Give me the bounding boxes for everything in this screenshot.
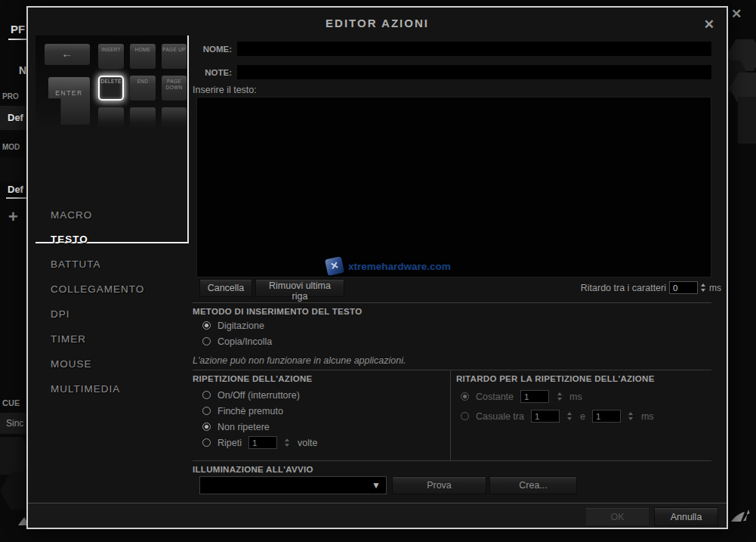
- ok-button[interactable]: OK: [585, 507, 650, 526]
- constant-delay-spinner-buttons[interactable]: [556, 390, 563, 403]
- random-from-spinner-buttons[interactable]: [566, 410, 573, 423]
- key-insert: INSERT: [98, 44, 124, 69]
- dialog-title: EDITOR AZIONI: [28, 17, 727, 29]
- repeat-count-spinner-buttons[interactable]: [284, 436, 291, 449]
- lighting-section-title: ILLUMINAZIONE ALL'AVVIO: [193, 465, 313, 474]
- radio-onoff[interactable]: On/Off (interruttore): [202, 389, 300, 401]
- radio-casuale[interactable]: Casuale tra 1 e 1 ms: [461, 410, 654, 423]
- char-delay-unit: ms: [709, 283, 721, 293]
- sidebar-item-battuta[interactable]: BATTUTA: [51, 259, 101, 272]
- key-pagedown: PAGE DOWN: [162, 76, 187, 101]
- lighting-dropdown-value: [200, 481, 205, 491]
- watermark: ✕ xtremehardware.com: [326, 258, 451, 274]
- key-partial: [162, 107, 187, 129]
- radio-selected-icon: [202, 321, 211, 330]
- bg-new-partial: N: [19, 64, 26, 76]
- radio-icon: [202, 337, 211, 345]
- name-label: NOME:: [164, 45, 232, 54]
- bg-tab-profili-partial[interactable]: PF: [11, 23, 25, 36]
- section-divider: [193, 460, 711, 461]
- random-delay-to-input[interactable]: 1: [592, 410, 621, 423]
- text-entry-area[interactable]: [196, 97, 711, 277]
- constant-delay-unit: ms: [569, 392, 582, 402]
- insert-text-label: Inserire il testo:: [193, 85, 257, 95]
- char-delay-spinner-buttons[interactable]: [699, 281, 706, 294]
- bg-cue-label-partial: CUE: [2, 398, 20, 407]
- sidebar-item-dpi[interactable]: DPI: [51, 308, 70, 322]
- key-end: END: [130, 76, 156, 101]
- bg-profile-label-partial: PRO: [2, 92, 19, 101]
- radio-icon: [202, 391, 211, 399]
- radio-digitazione[interactable]: Digitazione: [202, 319, 264, 332]
- constant-delay-input[interactable]: 1: [520, 390, 549, 403]
- bg-profile-value-partial: Def: [8, 112, 23, 123]
- key-delete-highlighted: DELETE: [98, 76, 124, 101]
- bg-mode-value-partial: Def: [8, 184, 23, 195]
- dropdown-arrow-icon: ▼: [372, 480, 381, 491]
- remove-last-line-button[interactable]: Rimuovi ultima riga: [255, 279, 344, 297]
- lighting-dropdown[interactable]: ▼: [199, 476, 387, 494]
- repeat-count-input[interactable]: 1: [248, 436, 277, 449]
- char-delay-input[interactable]: 0: [669, 281, 698, 294]
- radio-non-ripetere[interactable]: Non ripetere: [202, 420, 270, 433]
- radio-selected-icon: [202, 423, 211, 431]
- app-window: PF N PRO Def MOD Def + CUE Sinc ✕ EDITOR…: [0, 0, 756, 542]
- bg-mode-underline: [6, 197, 26, 199]
- column-divider: [450, 370, 451, 460]
- sidebar-item-timer[interactable]: TIMER: [51, 333, 86, 347]
- bg-mode-box-partial: [0, 157, 26, 181]
- bg-plus-icon[interactable]: +: [8, 207, 18, 227]
- radio-icon: [202, 438, 211, 447]
- create-button[interactable]: Crea...: [489, 476, 577, 494]
- sidebar-divider: [187, 36, 189, 243]
- repeat-section-title: RIPETIZIONE DELL'AZIONE: [193, 374, 313, 383]
- notes-input[interactable]: [237, 65, 711, 79]
- watermark-x-icon: ✕: [325, 256, 344, 276]
- app-close-icon[interactable]: ✕: [731, 6, 742, 22]
- radio-icon: [202, 407, 211, 415]
- radio-finche-premuto[interactable]: Finchè premuto: [202, 404, 283, 417]
- random-to-spinner-buttons[interactable]: [628, 410, 634, 423]
- bg-mode-label-partial: MOD: [2, 143, 20, 151]
- dialog-close-icon[interactable]: ✕: [704, 17, 714, 33]
- sidebar-item-testo[interactable]: TESTO: [51, 234, 88, 247]
- repeat-count-suffix: volte: [298, 438, 317, 448]
- bg-sync-value-partial: Sinc: [6, 418, 23, 429]
- cancel-button[interactable]: Annulla: [654, 507, 718, 526]
- random-delay-unit: ms: [641, 411, 654, 422]
- radio-copia-incolla[interactable]: Copia/Incolla: [202, 335, 272, 348]
- char-delay-label: Ritardo tra i caratteri: [572, 283, 666, 293]
- radio-selected-disabled-icon: [461, 392, 469, 401]
- watermark-text: xtremehardware.com: [348, 261, 451, 272]
- repeat-delay-section-title: RITARDO PER LA RIPETIZIONE DELL'AZIONE: [456, 374, 655, 383]
- bg-tab-underline: [8, 39, 26, 40]
- editor-azioni-dialog: EDITOR AZIONI ✕ ← INSERT HOME PAGE UP EN…: [26, 6, 728, 529]
- sidebar-item-mouse[interactable]: MOUSE: [51, 358, 92, 372]
- radio-costante[interactable]: Costante 1 ms: [461, 390, 582, 403]
- key-partial: [130, 107, 156, 129]
- notes-label: NOTE:: [164, 68, 232, 77]
- sidebar-item-macro[interactable]: MACRO: [51, 209, 92, 223]
- key-partial: [98, 107, 124, 129]
- section-divider: [193, 370, 711, 370]
- method-warning-note: L'azione può non funzionare in alcune ap…: [193, 355, 406, 366]
- name-input[interactable]: [237, 42, 711, 56]
- key-enter: ENTER: [48, 77, 90, 125]
- corsair-logo-icon: [728, 505, 752, 529]
- sidebar-item-multimedia[interactable]: MULTIMEDIA: [51, 383, 120, 397]
- key-backspace: ←: [45, 44, 90, 65]
- radio-disabled-icon: [461, 412, 469, 420]
- random-delay-join: e: [580, 411, 585, 422]
- key-home: HOME: [130, 44, 156, 69]
- method-section-title: METODO DI INSERIMENTO DEL TESTO: [193, 307, 362, 316]
- bg-panel-fragment: [738, 97, 756, 144]
- sidebar-item-collegamento[interactable]: COLLEGAMENTO: [51, 283, 144, 297]
- clear-button[interactable]: Cancella: [199, 279, 252, 297]
- random-delay-from-input[interactable]: 1: [531, 410, 560, 423]
- radio-ripeti[interactable]: Ripeti 1 volte: [202, 436, 317, 449]
- test-button[interactable]: Prova: [392, 476, 486, 494]
- section-divider: [193, 302, 711, 303]
